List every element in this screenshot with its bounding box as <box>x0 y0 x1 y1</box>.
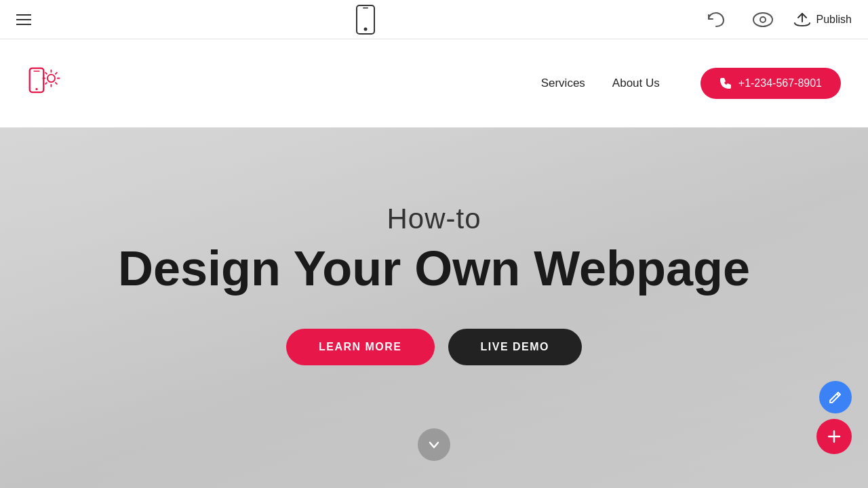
website-preview: Services About Us +1-234-567-8901 How-to… <box>0 39 868 488</box>
phone-number: +1-234-567-8901 <box>738 77 822 89</box>
svg-rect-2 <box>363 7 368 9</box>
fab-add-button[interactable] <box>816 419 852 454</box>
fab-edit-button[interactable] <box>819 381 852 413</box>
hero-subtitle: How-to <box>387 203 481 235</box>
toolbar-center <box>356 5 375 35</box>
hero-title: Design Your Own Webpage <box>118 242 750 296</box>
undo-button[interactable] <box>700 8 732 31</box>
svg-point-1 <box>363 27 367 30</box>
phone-button[interactable]: +1-234-567-8901 <box>701 68 841 99</box>
toolbar-right: Publish <box>700 8 852 31</box>
hero-content: How-to Design Your Own Webpage LEARN MOR… <box>0 80 868 488</box>
publish-label: Publish <box>816 14 852 26</box>
preview-button[interactable] <box>746 8 780 31</box>
hamburger-icon[interactable] <box>16 14 31 25</box>
toolbar-left <box>16 14 31 25</box>
svg-line-13 <box>45 73 47 74</box>
svg-line-15 <box>56 73 57 74</box>
nav-services[interactable]: Services <box>541 77 585 90</box>
publish-button[interactable]: Publish <box>793 12 852 27</box>
hero-section: Services About Us +1-234-567-8901 How-to… <box>0 39 868 488</box>
site-nav-links: Services About Us +1-234-567-8901 <box>541 68 841 99</box>
live-demo-button[interactable]: LIVE DEMO <box>448 329 583 365</box>
svg-point-3 <box>753 13 772 26</box>
nav-about-us[interactable]: About Us <box>612 77 660 90</box>
mobile-preview-icon[interactable] <box>356 5 375 35</box>
svg-point-4 <box>760 17 766 22</box>
svg-line-17 <box>837 394 839 396</box>
hero-buttons: LEARN MORE LIVE DEMO <box>286 329 582 365</box>
svg-line-16 <box>45 83 47 84</box>
svg-line-14 <box>56 83 57 84</box>
site-logo <box>27 64 65 102</box>
svg-rect-7 <box>33 70 39 71</box>
scroll-down-button[interactable] <box>418 428 450 461</box>
top-toolbar: Publish <box>0 0 868 39</box>
svg-point-6 <box>35 88 37 90</box>
svg-point-8 <box>47 75 55 82</box>
learn-more-button[interactable]: LEARN MORE <box>286 329 435 365</box>
site-navigation: Services About Us +1-234-567-8901 <box>0 39 868 127</box>
